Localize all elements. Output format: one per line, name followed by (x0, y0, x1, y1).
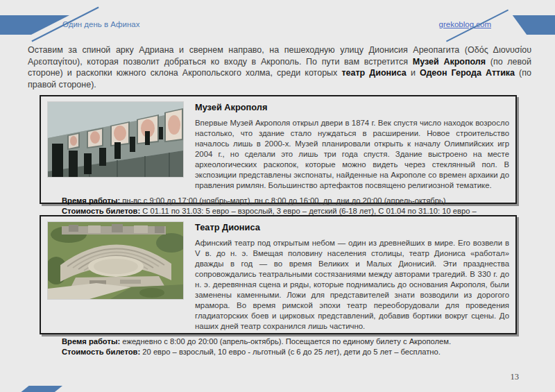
page-number: 13 (511, 372, 520, 382)
dionysus-theatre-title: Театр Диониса (195, 222, 509, 232)
hours-label: Время работы: (62, 196, 120, 205)
price-label: Стоимость билетов: (62, 348, 140, 356)
theatre-price-line: Стоимость билетов: 20 евро – взрослый, 1… (62, 347, 509, 357)
price-value: 20 евро – взрослый, 10 евро - льготный (… (140, 348, 441, 356)
acropolis-museum-photo (47, 101, 184, 178)
document-header-title: Один день в Афинах (62, 20, 140, 28)
dionysus-theatre-description: Афинский театр под открытым небом — один… (195, 238, 509, 332)
hours-label: Время работы: (62, 337, 120, 346)
dionysus-theatre-photo-illustration (48, 222, 183, 299)
intro-paragraph: Оставим за спиной арку Адриана и свернем… (28, 44, 531, 90)
theatre-hours-line: Время работы: ежедневно с 8:00 до 20:00 … (62, 336, 509, 347)
acropolis-museum-description: Впервые Музей Акрополя открыл двери в 18… (195, 118, 509, 191)
acropolis-museum-title: Музей Акрополя (195, 102, 509, 112)
price-label: Стоимость билетов: (62, 207, 140, 215)
dionysus-theatre-card: Театр Диониса Афинский театр под открыты… (40, 215, 517, 334)
document-page: Один день в Афинах grekoblog.com Оставим… (0, 0, 555, 392)
acropolis-museum-photo-illustration (48, 102, 183, 177)
header-ribbon-left (0, 15, 69, 35)
acropolis-museum-card: Музей Акрополя Впервые Музей Акрополя от… (40, 95, 517, 204)
header-ribbon-right (496, 15, 555, 35)
hours-value: пн-вс с 9:00 до 17:00 (ноябрь-март), пн … (120, 196, 445, 205)
hours-value: ежедневно с 8:00 до 20:00 (апрель-октябр… (120, 337, 451, 346)
dionysus-theatre-info: Время работы: ежедневно с 8:00 до 20:00 … (47, 336, 509, 357)
dionysus-theatre-photo (47, 221, 184, 300)
museum-hours-line: Время работы: пн-вс с 9:00 до 17:00 (ноя… (62, 196, 509, 206)
footer-ribbon-left (19, 386, 62, 392)
